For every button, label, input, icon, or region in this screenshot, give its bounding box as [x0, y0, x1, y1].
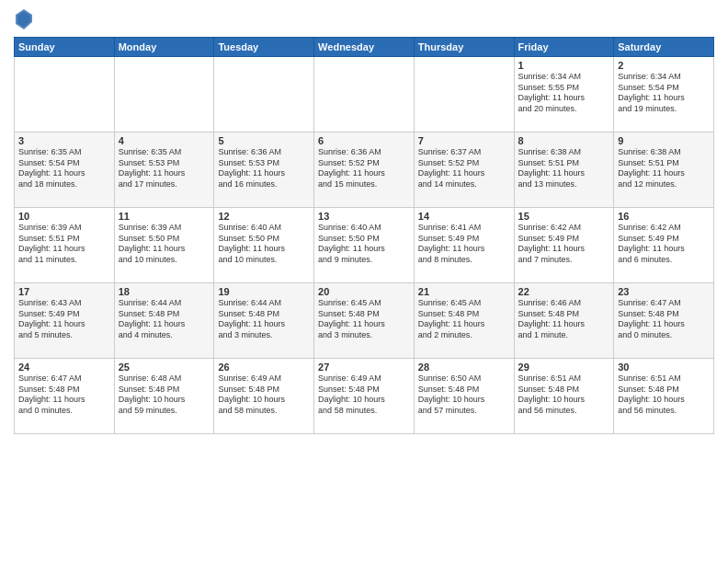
weekday-header: Wednesday — [314, 38, 415, 57]
day-number: 14 — [418, 211, 510, 222]
calendar-cell: 25Sunrise: 6:48 AM Sunset: 5:48 PM Dayli… — [114, 359, 214, 434]
calendar-cell: 13Sunrise: 6:40 AM Sunset: 5:50 PM Dayli… — [314, 208, 415, 283]
day-info: Sunrise: 6:35 AM Sunset: 5:53 PM Dayligh… — [119, 147, 210, 190]
calendar-cell: 29Sunrise: 6:51 AM Sunset: 5:48 PM Dayli… — [514, 359, 614, 434]
calendar-cell: 17Sunrise: 6:43 AM Sunset: 5:49 PM Dayli… — [15, 283, 115, 359]
day-info: Sunrise: 6:51 AM Sunset: 5:48 PM Dayligh… — [518, 373, 610, 417]
day-info: Sunrise: 6:35 AM Sunset: 5:54 PM Dayligh… — [18, 147, 110, 190]
day-number: 5 — [218, 135, 310, 146]
calendar-cell: 2Sunrise: 6:34 AM Sunset: 5:54 PM Daylig… — [614, 57, 714, 132]
weekday-header: Sunday — [15, 38, 115, 57]
day-number: 4 — [119, 135, 210, 146]
weekday-header: Thursday — [414, 38, 514, 57]
day-info: Sunrise: 6:41 AM Sunset: 5:49 PM Dayligh… — [418, 223, 510, 266]
calendar-week-row: 1Sunrise: 6:34 AM Sunset: 5:55 PM Daylig… — [15, 57, 714, 132]
calendar-cell: 22Sunrise: 6:46 AM Sunset: 5:48 PM Dayli… — [514, 283, 614, 359]
calendar-week-row: 10Sunrise: 6:39 AM Sunset: 5:51 PM Dayli… — [15, 208, 714, 283]
day-info: Sunrise: 6:40 AM Sunset: 5:50 PM Dayligh… — [318, 223, 410, 266]
day-info: Sunrise: 6:45 AM Sunset: 5:48 PM Dayligh… — [318, 298, 410, 341]
day-number: 12 — [218, 211, 310, 222]
day-info: Sunrise: 6:38 AM Sunset: 5:51 PM Dayligh… — [618, 147, 710, 190]
day-number: 28 — [418, 362, 510, 373]
calendar-cell: 9Sunrise: 6:38 AM Sunset: 5:51 PM Daylig… — [614, 132, 714, 208]
calendar-cell: 18Sunrise: 6:44 AM Sunset: 5:48 PM Dayli… — [114, 283, 214, 359]
weekday-header: Monday — [114, 38, 214, 57]
calendar-cell: 11Sunrise: 6:39 AM Sunset: 5:50 PM Dayli… — [114, 208, 214, 283]
day-info: Sunrise: 6:44 AM Sunset: 5:48 PM Dayligh… — [119, 298, 210, 341]
calendar-cell: 1Sunrise: 6:34 AM Sunset: 5:55 PM Daylig… — [514, 57, 614, 132]
calendar-cell: 20Sunrise: 6:45 AM Sunset: 5:48 PM Dayli… — [314, 283, 415, 359]
day-number: 6 — [318, 135, 410, 146]
calendar-cell: 30Sunrise: 6:51 AM Sunset: 5:48 PM Dayli… — [614, 359, 714, 434]
calendar-cell: 7Sunrise: 6:37 AM Sunset: 5:52 PM Daylig… — [414, 132, 514, 208]
calendar-cell: 19Sunrise: 6:44 AM Sunset: 5:48 PM Dayli… — [214, 283, 314, 359]
day-number: 30 — [618, 362, 710, 373]
calendar-week-row: 3Sunrise: 6:35 AM Sunset: 5:54 PM Daylig… — [15, 132, 714, 208]
day-info: Sunrise: 6:39 AM Sunset: 5:51 PM Dayligh… — [18, 223, 110, 266]
day-number: 16 — [618, 211, 710, 222]
day-number: 18 — [119, 286, 210, 297]
day-number: 1 — [518, 60, 610, 71]
day-number: 21 — [418, 286, 510, 297]
day-info: Sunrise: 6:38 AM Sunset: 5:51 PM Dayligh… — [518, 147, 610, 190]
day-number: 2 — [618, 60, 710, 71]
day-number: 9 — [618, 135, 710, 146]
page-header — [14, 9, 714, 29]
calendar-cell: 16Sunrise: 6:42 AM Sunset: 5:49 PM Dayli… — [614, 208, 714, 283]
day-number: 15 — [518, 211, 610, 222]
day-number: 19 — [218, 286, 310, 297]
day-info: Sunrise: 6:39 AM Sunset: 5:50 PM Dayligh… — [119, 223, 210, 266]
day-number: 10 — [18, 211, 110, 222]
day-info: Sunrise: 6:34 AM Sunset: 5:55 PM Dayligh… — [518, 72, 610, 115]
day-info: Sunrise: 6:48 AM Sunset: 5:48 PM Dayligh… — [119, 373, 210, 417]
weekday-header: Friday — [514, 38, 614, 57]
day-info: Sunrise: 6:49 AM Sunset: 5:48 PM Dayligh… — [218, 373, 310, 417]
day-number: 22 — [518, 286, 610, 297]
day-number: 11 — [119, 211, 210, 222]
page-container: SundayMondayTuesdayWednesdayThursdayFrid… — [0, 0, 728, 443]
day-info: Sunrise: 6:42 AM Sunset: 5:49 PM Dayligh… — [618, 223, 710, 266]
calendar-cell: 4Sunrise: 6:35 AM Sunset: 5:53 PM Daylig… — [114, 132, 214, 208]
day-info: Sunrise: 6:36 AM Sunset: 5:53 PM Dayligh… — [218, 147, 310, 190]
calendar-table: SundayMondayTuesdayWednesdayThursdayFrid… — [14, 37, 714, 434]
logo — [14, 9, 32, 29]
day-number: 23 — [618, 286, 710, 297]
calendar-cell — [214, 57, 314, 132]
day-info: Sunrise: 6:36 AM Sunset: 5:52 PM Dayligh… — [318, 147, 410, 190]
calendar-cell: 6Sunrise: 6:36 AM Sunset: 5:52 PM Daylig… — [314, 132, 415, 208]
weekday-header: Saturday — [614, 38, 714, 57]
day-number: 29 — [518, 362, 610, 373]
day-info: Sunrise: 6:46 AM Sunset: 5:48 PM Dayligh… — [518, 298, 610, 341]
calendar-cell — [114, 57, 214, 132]
calendar-week-row: 24Sunrise: 6:47 AM Sunset: 5:48 PM Dayli… — [15, 359, 714, 434]
day-number: 24 — [18, 362, 110, 373]
day-number: 20 — [318, 286, 410, 297]
day-info: Sunrise: 6:47 AM Sunset: 5:48 PM Dayligh… — [18, 373, 110, 417]
calendar-week-row: 17Sunrise: 6:43 AM Sunset: 5:49 PM Dayli… — [15, 283, 714, 359]
calendar-cell: 5Sunrise: 6:36 AM Sunset: 5:53 PM Daylig… — [214, 132, 314, 208]
day-info: Sunrise: 6:40 AM Sunset: 5:50 PM Dayligh… — [218, 223, 310, 266]
day-number: 26 — [218, 362, 310, 373]
day-info: Sunrise: 6:45 AM Sunset: 5:48 PM Dayligh… — [418, 298, 510, 341]
calendar-body: 1Sunrise: 6:34 AM Sunset: 5:55 PM Daylig… — [15, 57, 714, 434]
day-info: Sunrise: 6:47 AM Sunset: 5:48 PM Dayligh… — [618, 298, 710, 341]
weekday-header: Tuesday — [214, 38, 314, 57]
header-row: SundayMondayTuesdayWednesdayThursdayFrid… — [15, 38, 714, 57]
calendar-cell: 21Sunrise: 6:45 AM Sunset: 5:48 PM Dayli… — [414, 283, 514, 359]
calendar-cell: 26Sunrise: 6:49 AM Sunset: 5:48 PM Dayli… — [214, 359, 314, 434]
day-number: 25 — [119, 362, 210, 373]
calendar-cell: 23Sunrise: 6:47 AM Sunset: 5:48 PM Dayli… — [614, 283, 714, 359]
calendar-cell: 12Sunrise: 6:40 AM Sunset: 5:50 PM Dayli… — [214, 208, 314, 283]
calendar-cell: 14Sunrise: 6:41 AM Sunset: 5:49 PM Dayli… — [414, 208, 514, 283]
calendar-cell: 8Sunrise: 6:38 AM Sunset: 5:51 PM Daylig… — [514, 132, 614, 208]
logo-icon — [16, 9, 32, 29]
calendar-header: SundayMondayTuesdayWednesdayThursdayFrid… — [15, 38, 714, 57]
day-number: 27 — [318, 362, 410, 373]
calendar-cell: 10Sunrise: 6:39 AM Sunset: 5:51 PM Dayli… — [15, 208, 115, 283]
day-info: Sunrise: 6:44 AM Sunset: 5:48 PM Dayligh… — [218, 298, 310, 341]
day-info: Sunrise: 6:50 AM Sunset: 5:48 PM Dayligh… — [418, 373, 510, 417]
calendar-cell: 28Sunrise: 6:50 AM Sunset: 5:48 PM Dayli… — [414, 359, 514, 434]
day-number: 8 — [518, 135, 610, 146]
day-info: Sunrise: 6:49 AM Sunset: 5:48 PM Dayligh… — [318, 373, 410, 417]
day-info: Sunrise: 6:43 AM Sunset: 5:49 PM Dayligh… — [18, 298, 110, 341]
